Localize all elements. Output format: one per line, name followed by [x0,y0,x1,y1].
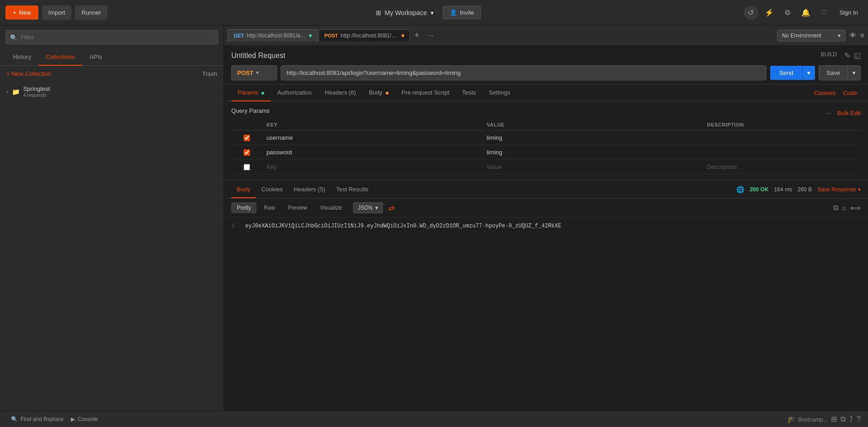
subtab-settings[interactable]: Settings [482,84,517,101]
environment-filter-button[interactable]: ≡ [860,32,864,40]
resp-tab-body[interactable]: Body [231,181,256,198]
copy-response-button[interactable]: ⧉ [833,204,838,212]
table-row: Key Value Description [231,160,861,174]
save-button-group: Save ▾ [819,65,861,80]
edit-title-button[interactable]: ✎ [844,51,850,60]
environment-eye-button[interactable]: 👁 [849,32,857,40]
globe-icon: 🌐 [736,186,744,193]
jwt-token-value: eyJ0eXAiOiJKV1QiLCJhbGciOiJIUzI1NiJ9.eyJ… [245,223,561,229]
row-0-checkbox[interactable] [244,135,250,141]
tab-apis[interactable]: APIs [82,49,109,66]
wrap-lines-button[interactable]: ⇄ [389,204,394,212]
save-response-button[interactable]: Save Response ▾ [817,186,861,193]
response-body: 1 eyJ0eXAiOiJKV1QiLCJhbGciOiJIUzI1NiJ9.e… [224,217,868,411]
gear-icon-button[interactable]: ⚙ [780,5,795,20]
filter-input[interactable] [5,30,218,44]
row-2-checkbox[interactable] [244,164,250,170]
tab-collections[interactable]: Collections [38,49,82,66]
row-0-desc[interactable] [703,131,861,145]
collection-meta: 4 requests [23,92,50,98]
add-tab-button[interactable]: + [411,29,423,42]
code-link[interactable]: Code [839,85,861,101]
fmt-tab-pretty[interactable]: Pretty [231,202,256,213]
search-response-button[interactable]: ⌕ [842,204,847,212]
subtab-headers[interactable]: Headers (6) [318,84,362,101]
runner-button[interactable]: Runner [75,5,107,20]
wrap-icon: ⇄ [389,204,394,212]
row-1-value[interactable]: liming [483,145,703,160]
request-tab-1[interactable]: POST http://localhost:8081/api/login... [319,29,410,42]
request-tabs-bar: GET http://localhost:8081/api/getm... PO… [224,26,868,46]
bottom-right: 🎓 Bootcamp... ⊞ ⧉ ⤴ ? [787,415,861,423]
row-2-key[interactable]: Key [263,160,483,174]
console-button[interactable]: ▶ Console [67,414,101,424]
subtab-body[interactable]: Body [362,84,395,101]
sidebar-search-section: 🔍 [0,26,224,49]
cookies-link[interactable]: Cookies [810,85,839,101]
subtab-authorization[interactable]: Authorization [271,84,318,101]
method-select[interactable]: POST ▾ [231,65,277,80]
subtab-pre-request-script[interactable]: Pre-request Script [395,84,456,101]
subtab-params[interactable]: Params [231,84,271,101]
bootcamp-button[interactable]: 🎓 Bootcamp... [787,415,827,423]
row-2-desc[interactable]: Description [703,160,861,174]
sign-in-button[interactable]: Sign In [835,6,863,19]
workspace-button[interactable]: ⊞ My Workspace ▾ [370,6,439,19]
send-dropdown-button[interactable]: ▾ [802,66,815,80]
save-button[interactable]: Save [819,65,848,80]
resp-tab-test-results[interactable]: Test Results [330,181,374,198]
status-dot-1 [402,34,404,37]
bell-icon-button[interactable]: 🔔 [799,5,813,20]
workspace-chevron-icon: ▾ [431,9,434,16]
resp-tab-cookies[interactable]: Cookies [256,181,288,198]
resp-tab-headers[interactable]: Headers (5) [288,181,331,198]
runner-icon-button[interactable]: ⚡ [762,5,777,20]
tab-more-button[interactable]: ··· [424,30,437,42]
bulk-edit-button[interactable]: Bulk Edit [837,107,861,119]
row-1-checkbox[interactable] [244,149,250,156]
status-time: 164 ms [774,186,792,193]
expand-title-button[interactable]: ◱ [854,51,861,60]
format-select[interactable]: JSON ▾ [353,202,383,213]
trash-button[interactable]: Trash [202,70,217,77]
bottom-share-button[interactable]: ⤴ [849,415,853,423]
new-button[interactable]: + New [5,5,38,20]
invite-button[interactable]: 👤 Invite [443,6,481,19]
save-dropdown-button[interactable]: ▾ [848,65,861,80]
heart-icon-button[interactable]: ♡ [817,5,831,20]
subtab-tests[interactable]: Tests [456,84,482,101]
resize-response-button[interactable]: ⟺ [850,204,861,212]
sidebar-tabs: History Collections APIs [0,49,224,66]
sidebar: 🔍 History Collections APIs + New Collect… [0,26,224,411]
find-replace-button[interactable]: 🔍 Find and Replace [7,414,67,424]
params-header-row: Query Params ··· Bulk Edit [231,107,861,119]
bell-icon: 🔔 [801,8,810,17]
row-1-desc[interactable] [703,145,861,160]
person-icon: 👤 [450,9,457,16]
bottom-grid-button[interactable]: ⊞ [831,415,837,423]
import-button[interactable]: Import [42,5,72,20]
environment-select[interactable]: No Environment ▾ [777,30,846,42]
more-icon[interactable]: ··· [825,109,831,117]
status-ok-badge: 200 OK [750,186,768,193]
row-2-value[interactable]: Value [483,160,703,174]
row-0-value[interactable]: liming [483,131,703,145]
bottom-help-button[interactable]: ? [857,415,861,423]
workspace-label: My Workspace [385,9,427,16]
request-tab-0[interactable]: GET http://localhost:8081/api/getm... [228,29,318,42]
collection-item[interactable]: › 📁 Springtest 4 requests [0,82,224,101]
new-collection-button[interactable]: + New Collection [6,70,51,77]
sync-icon-button[interactable]: ↺ [744,5,758,20]
runner-label: Runner [81,9,101,16]
fmt-tab-preview[interactable]: Preview [282,202,313,213]
bottom-layout-button[interactable]: ⧉ [841,415,846,423]
send-button[interactable]: Send [770,66,802,80]
status-dot-0 [309,34,312,37]
row-0-key[interactable]: username [263,131,483,145]
fmt-tab-visualize[interactable]: Visualize [314,202,347,213]
fmt-tab-raw[interactable]: Raw [258,202,280,213]
url-input[interactable] [281,65,767,80]
tab-history[interactable]: History [5,49,38,66]
request-url-label-1: http://localhost:8081/api/login... [341,32,399,39]
row-1-key[interactable]: password [263,145,483,160]
